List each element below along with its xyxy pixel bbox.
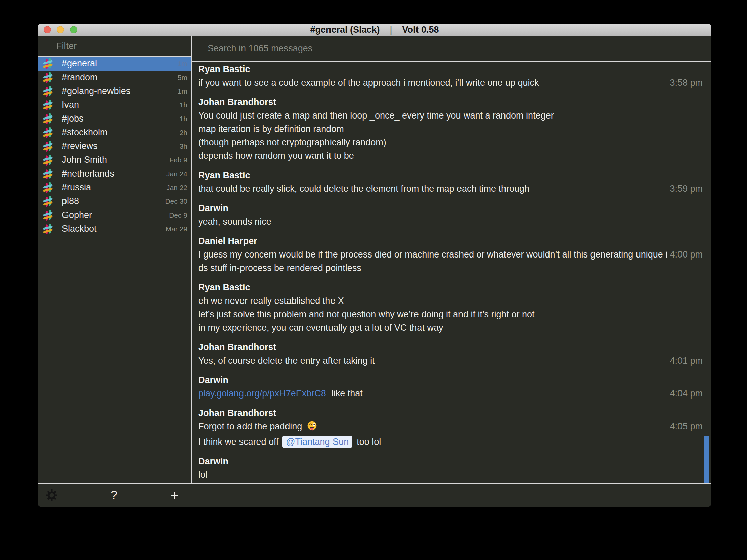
message-line: ds stuff in-process be rendered pointles… bbox=[198, 261, 703, 275]
titlebar[interactable]: #general (Slack)|Volt 0.58 bbox=[37, 24, 712, 36]
message-line: that could be really slick, could delete… bbox=[198, 182, 703, 195]
channel-name: #jobs bbox=[62, 113, 180, 124]
search-bar: Search in 1065 messages bbox=[192, 36, 712, 62]
message-text: Forgot to add the padding bbox=[198, 421, 305, 431]
slack-icon bbox=[42, 209, 54, 221]
message-text: that could be really slick, could delete… bbox=[198, 184, 529, 194]
filter-bar: Filter bbox=[37, 36, 191, 57]
channel-row-john-smith[interactable]: John SmithFeb 9 bbox=[37, 153, 191, 167]
channel-name: Ivan bbox=[62, 100, 180, 110]
message-text: map iteration is by definition random bbox=[198, 124, 344, 134]
message-timestamp: 4:04 pm bbox=[670, 387, 703, 400]
message-timestamp: 4:05 pm bbox=[670, 420, 703, 433]
message-group: Ryan Basticif you want to see a code exa… bbox=[198, 62, 703, 89]
message-list: Ryan Basticif you want to see a code exa… bbox=[192, 62, 712, 484]
zoom-button[interactable] bbox=[70, 26, 77, 33]
channel-name: Slackbot bbox=[62, 223, 165, 234]
minimize-button[interactable] bbox=[57, 26, 64, 33]
app-window: #general (Slack)|Volt 0.58 Filter #gener… bbox=[37, 24, 712, 507]
filter-input[interactable]: Filter bbox=[56, 41, 77, 51]
channel-row-gopher[interactable]: GopherDec 9 bbox=[37, 208, 191, 222]
channel-row-random[interactable]: #random5m bbox=[37, 71, 191, 84]
channel-time: Mar 29 bbox=[165, 225, 187, 233]
message-line: yeah, sounds nice bbox=[198, 215, 703, 228]
message-text: I guess my concern would be if the proce… bbox=[198, 249, 667, 260]
message-author: Ryan Bastic bbox=[198, 168, 703, 182]
message-line: I guess my concern would be if the proce… bbox=[198, 248, 703, 261]
message-group: Darwinyeah, sounds nice bbox=[198, 202, 703, 228]
channel-time: 1m bbox=[178, 60, 187, 68]
add-button[interactable]: + bbox=[167, 484, 182, 506]
message-line: (though perhaps not cryptographically ra… bbox=[198, 136, 703, 149]
message-link[interactable]: play.golang.org/p/pxH7eExbrC8 bbox=[198, 389, 326, 399]
channel-row-russia[interactable]: #russiaJan 22 bbox=[37, 181, 191, 194]
message-group: Darwinlol bbox=[198, 455, 703, 481]
channel-time: Jan 22 bbox=[166, 184, 187, 192]
message-text: You could just create a map and then loo… bbox=[198, 110, 554, 121]
channel-name: Gopher bbox=[62, 210, 169, 220]
slack-icon bbox=[42, 181, 54, 194]
slack-icon bbox=[42, 195, 54, 208]
message-group: Ryan Basticeh we never really establishe… bbox=[198, 281, 703, 335]
channel-name: #stockholm bbox=[62, 127, 180, 138]
message-author: Darwin bbox=[198, 455, 703, 468]
slack-icon bbox=[42, 222, 54, 235]
stuck-out-tongue-winking-eye-emoji-icon bbox=[307, 421, 317, 435]
message-text: like that bbox=[332, 389, 363, 399]
message-line: Forgot to add the padding bbox=[198, 420, 703, 435]
scrollbar-thumb[interactable] bbox=[704, 436, 710, 483]
message-text: Yes, of course delete the entry after ta… bbox=[198, 355, 375, 366]
channel-row-pl88[interactable]: pl88Dec 30 bbox=[37, 194, 191, 208]
channel-name: #golang-newbies bbox=[62, 86, 178, 96]
channel-row-stockholm[interactable]: #stockholm2h bbox=[37, 126, 191, 139]
slack-icon bbox=[42, 112, 54, 125]
slack-icon bbox=[42, 99, 54, 111]
message-line: lol bbox=[198, 468, 703, 481]
bottom-toolbar: ? + bbox=[37, 483, 712, 507]
settings-button[interactable] bbox=[44, 488, 59, 503]
message-group: Johan BrandhorstYou could just create a … bbox=[198, 95, 703, 162]
channel-time: Dec 30 bbox=[165, 197, 187, 206]
channel-name: pl88 bbox=[62, 196, 165, 207]
sidebar: Filter #general1m#random5m#golang-newbie… bbox=[37, 36, 191, 484]
channel-time: 3h bbox=[180, 142, 187, 151]
message-group: Johan BrandhorstForgot to add the paddin… bbox=[198, 406, 703, 449]
channel-row-jobs[interactable]: #jobs1h bbox=[37, 112, 191, 126]
search-input[interactable]: Search in 1065 messages bbox=[208, 43, 312, 54]
message-text: ds stuff in-process be rendered pointles… bbox=[198, 263, 361, 273]
channel-time: 5m bbox=[178, 74, 187, 82]
message-author: Darwin bbox=[198, 373, 703, 387]
channel-row-slackbot[interactable]: SlackbotMar 29 bbox=[37, 222, 191, 236]
user-mention[interactable]: @Tiantang Sun bbox=[282, 436, 352, 448]
message-text: in my experience, you can eventually get… bbox=[198, 323, 443, 333]
slack-icon bbox=[42, 154, 54, 166]
channel-row-ivan[interactable]: Ivan1h bbox=[37, 98, 191, 112]
message-line: map iteration is by definition random bbox=[198, 122, 703, 136]
slack-icon bbox=[42, 126, 54, 139]
channel-list: #general1m#random5m#golang-newbies1mIvan… bbox=[37, 57, 191, 484]
help-button[interactable]: ? bbox=[106, 484, 121, 506]
message-timestamp: 4:01 pm bbox=[670, 354, 703, 367]
message-group: Darwinplay.golang.org/p/pxH7eExbrC8like … bbox=[198, 373, 703, 400]
window-title: #general (Slack)|Volt 0.58 bbox=[37, 25, 712, 35]
message-text: too lol bbox=[357, 437, 381, 447]
message-text: let’s just solve this problem and not qu… bbox=[198, 309, 535, 319]
channel-time: Feb 9 bbox=[169, 156, 187, 164]
message-author: Daniel Harper bbox=[198, 234, 703, 248]
channel-row-reviews[interactable]: #reviews3h bbox=[37, 139, 191, 153]
message-author: Ryan Bastic bbox=[198, 281, 703, 294]
channel-name: #general bbox=[62, 58, 178, 69]
message-line: play.golang.org/p/pxH7eExbrC8like that bbox=[198, 387, 703, 400]
channel-name: #netherlands bbox=[62, 168, 166, 179]
channel-row-netherlands[interactable]: #netherlandsJan 24 bbox=[37, 167, 191, 181]
message-text: eh we never really established the X bbox=[198, 296, 344, 306]
message-group: Daniel HarperI guess my concern would be… bbox=[198, 234, 703, 275]
close-button[interactable] bbox=[44, 26, 51, 33]
message-line: You could just create a map and then loo… bbox=[198, 109, 703, 122]
channel-row-general[interactable]: #general1m bbox=[37, 57, 191, 71]
message-timestamp: 3:58 pm bbox=[670, 76, 703, 89]
message-text: if you want to see a code example of the… bbox=[198, 78, 539, 88]
channel-time: 1h bbox=[180, 115, 187, 123]
screen: #general (Slack)|Volt 0.58 Filter #gener… bbox=[0, 0, 747, 560]
channel-row-golang-newbies[interactable]: #golang-newbies1m bbox=[37, 84, 191, 98]
